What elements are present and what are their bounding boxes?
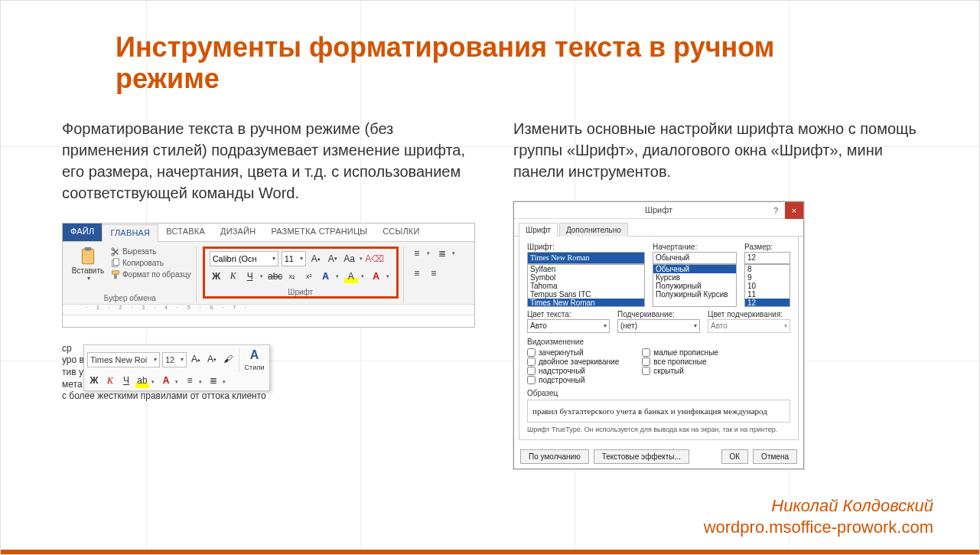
mini-shrink-font-icon[interactable]: A▾ bbox=[205, 353, 219, 367]
numbering-icon[interactable]: ≣ bbox=[435, 246, 449, 260]
mini-format-painter-icon[interactable]: 🖌 bbox=[221, 353, 235, 367]
font-size-list[interactable]: 8 9 10 11 12 bbox=[744, 264, 790, 307]
underline-button[interactable]: Ч bbox=[243, 269, 257, 283]
label-font: Шрифт: bbox=[527, 243, 645, 251]
underline-color-select[interactable]: Авто▾ bbox=[708, 319, 790, 333]
effect-sub[interactable]: подстрочный bbox=[527, 376, 619, 384]
mini-grow-font-icon[interactable]: A▴ bbox=[189, 353, 203, 367]
superscript-button[interactable]: x² bbox=[302, 269, 316, 283]
ribbon-group-clipboard: Вставить ▾ Вырезать Копироват bbox=[67, 246, 197, 302]
btn-default[interactable]: По умолчанию bbox=[520, 449, 589, 464]
ribbon-tab-insert[interactable]: ВСТАВКА bbox=[158, 224, 213, 241]
strikethrough-button[interactable]: abc bbox=[269, 269, 282, 283]
ruler: · 1 · 2 · 3 · 4 · 5 · 6 · 7 · bbox=[63, 304, 474, 315]
mini-toolbar: Times New Roi▾ 12▾ A▴ A▾ 🖌 A Стили Ж К bbox=[83, 344, 270, 391]
font-color-select[interactable]: Авто▾ bbox=[527, 319, 610, 333]
font-name-input[interactable]: Times New Roman bbox=[527, 252, 645, 264]
grow-font-icon[interactable]: A▴ bbox=[309, 252, 323, 266]
ribbon-tab-file[interactable]: ФАЙЛ bbox=[63, 224, 102, 241]
label-effects: Видоизменение bbox=[527, 338, 790, 346]
dialog-title: Шрифт bbox=[645, 205, 672, 214]
truetype-hint: Шрифт TrueType. Он используется для выво… bbox=[527, 426, 790, 433]
subscript-button[interactable]: x₂ bbox=[285, 269, 299, 283]
effect-strike[interactable]: зачеркнутый bbox=[527, 348, 619, 357]
mini-underline-button[interactable]: Ч bbox=[119, 374, 133, 388]
mini-italic-button[interactable]: К bbox=[103, 374, 117, 388]
dialog-tab-advanced[interactable]: Дополнительно bbox=[559, 223, 628, 237]
word-ribbon-screenshot: ФАЙЛ ГЛАВНАЯ ВСТАВКА ДИЗАЙН РАЗМЕТКА СТР… bbox=[62, 223, 475, 328]
left-paragraph: Форматирование текста в ручном режиме (б… bbox=[62, 118, 475, 204]
brush-icon bbox=[110, 269, 121, 280]
paste-button[interactable]: Вставить ▾ bbox=[69, 246, 107, 282]
bullets-icon[interactable]: ≡ bbox=[410, 246, 424, 260]
copy-button[interactable]: Копировать bbox=[110, 258, 191, 269]
mini-bold-button[interactable]: Ж bbox=[87, 374, 101, 388]
label-underline-color: Цвет подчеркивания: bbox=[708, 310, 790, 318]
label-style: Начертание: bbox=[653, 243, 737, 251]
effect-hidden[interactable]: скрытый bbox=[642, 367, 718, 375]
svg-rect-7 bbox=[114, 274, 117, 279]
slide-title: Инструменты форматирования текста в ручн… bbox=[116, 31, 804, 95]
font-size-select[interactable]: 11▾ bbox=[282, 251, 306, 266]
mini-highlight-button[interactable]: ab bbox=[135, 374, 149, 388]
mini-font-name[interactable]: Times New Roi▾ bbox=[87, 352, 160, 367]
svg-rect-0 bbox=[82, 249, 93, 264]
ribbon-tab-references[interactable]: ССЫЛКИ bbox=[375, 224, 427, 241]
effect-allcaps[interactable]: все прописные bbox=[642, 357, 718, 366]
mini-toolbar-screenshot: ср уро вов тив унис мета bbox=[62, 343, 399, 403]
underline-style-select[interactable]: (нет)▾ bbox=[617, 319, 700, 333]
svg-rect-6 bbox=[112, 271, 119, 274]
font-group-label: Шрифт bbox=[210, 286, 392, 296]
clear-format-icon[interactable]: A⌫ bbox=[368, 252, 382, 266]
mini-bullets-icon[interactable]: ≡ bbox=[183, 374, 197, 388]
font-style-input[interactable]: Обычный bbox=[653, 252, 737, 264]
label-font-color: Цвет текста: bbox=[527, 310, 610, 318]
label-preview: Образец bbox=[527, 389, 790, 397]
mini-numbering-icon[interactable]: ≣ bbox=[207, 374, 220, 388]
btn-ok[interactable]: ОК bbox=[721, 449, 749, 464]
format-painter-button[interactable]: Формат по образцу bbox=[110, 269, 191, 280]
preview-box: правил бухгалтерского учета в банках и у… bbox=[527, 400, 790, 423]
dialog-help-button[interactable]: ? bbox=[767, 202, 785, 219]
accent-bar bbox=[1, 550, 979, 554]
dialog-tab-font[interactable]: Шрифт bbox=[519, 223, 558, 237]
effect-super[interactable]: надстрочный bbox=[527, 367, 619, 375]
ribbon-tab-design[interactable]: ДИЗАЙН bbox=[213, 224, 263, 241]
effect-dblstrike[interactable]: двойное зачеркивание bbox=[527, 357, 619, 366]
ribbon-tab-layout[interactable]: РАЗМЕТКА СТРАНИЦЫ bbox=[263, 224, 375, 241]
dialog-close-button[interactable]: × bbox=[785, 202, 803, 219]
clipboard-icon bbox=[78, 246, 98, 266]
highlight-button[interactable]: A bbox=[344, 269, 358, 283]
source-url: wordpro.msoffice-prowork.com bbox=[704, 517, 933, 539]
shrink-font-icon[interactable]: A▾ bbox=[326, 252, 340, 266]
text-effects-button[interactable]: A bbox=[319, 269, 333, 283]
mini-font-color-button[interactable]: A bbox=[159, 374, 173, 388]
effect-smallcaps[interactable]: малые прописные bbox=[642, 348, 718, 357]
font-style-list[interactable]: Обычный Курсив Полужирный Полужирный Кур… bbox=[653, 264, 737, 307]
svg-rect-5 bbox=[113, 259, 119, 266]
align-left-icon[interactable]: ≡ bbox=[410, 266, 424, 280]
ribbon-group-font: Calibri (Осн▾ 11▾ A▴ A▾ Aa▾ A⌫ Ж К Ч▾ bbox=[201, 246, 404, 302]
font-dialog: Шрифт ? × Шрифт Дополнительно Шрифт: Tim… bbox=[513, 201, 804, 469]
paste-label: Вставить bbox=[72, 266, 104, 275]
ribbon-group-paragraph: ≡▾ ≣▾ ≡ ≡ bbox=[409, 246, 462, 302]
btn-cancel[interactable]: Отмена bbox=[753, 449, 797, 464]
ribbon-tab-home[interactable]: ГЛАВНАЯ bbox=[102, 224, 158, 242]
align-center-icon[interactable]: ≡ bbox=[427, 266, 441, 280]
mini-font-size[interactable]: 12▾ bbox=[162, 352, 187, 367]
mini-styles-button[interactable]: A Стили bbox=[239, 348, 266, 372]
scissors-icon bbox=[110, 246, 121, 257]
italic-button[interactable]: К bbox=[226, 269, 240, 283]
font-size-input[interactable]: 12 bbox=[744, 252, 790, 264]
cut-button[interactable]: Вырезать bbox=[110, 246, 191, 257]
slide-footer: Николай Колдовский wordpro.msoffice-prow… bbox=[704, 495, 933, 539]
change-case-icon[interactable]: Aa bbox=[343, 252, 357, 266]
btn-text-effects[interactable]: Текстовые эффекты... bbox=[594, 449, 689, 464]
author-name: Николай Колдовский bbox=[704, 495, 933, 517]
label-size: Размер: bbox=[744, 243, 790, 251]
bold-button[interactable]: Ж bbox=[210, 269, 223, 283]
font-name-select[interactable]: Calibri (Осн▾ bbox=[210, 251, 278, 266]
right-paragraph: Изменить основные настройки шрифта можно… bbox=[513, 118, 933, 182]
font-color-button[interactable]: A bbox=[370, 269, 383, 283]
font-name-list[interactable]: Sylfaen Symbol Tahoma Tempus Sans ITC Ti… bbox=[527, 264, 645, 307]
